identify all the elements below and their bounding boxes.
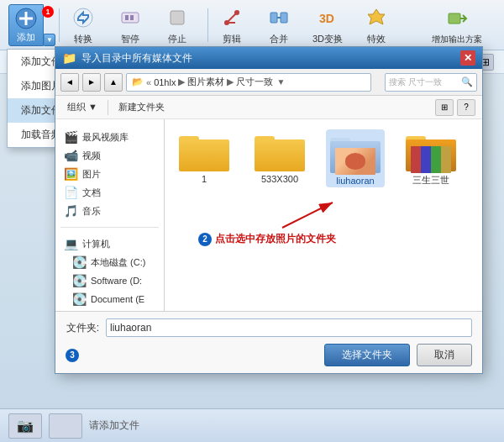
breadcrumb: 📂 « 01hlx ▶ 图片素材 ▶ 尺寸一致 ▼ xyxy=(126,73,371,92)
folder-item-sansanshi[interactable]: 三生三世 xyxy=(402,129,460,187)
toolbar2-sep xyxy=(108,100,108,115)
annotation-text-row: 2 点击选中存放照片的文件夹 xyxy=(198,232,336,246)
svg-line-20 xyxy=(282,203,333,228)
dialog-close-button[interactable]: ✕ xyxy=(460,50,475,66)
add-badge: 1 xyxy=(42,6,54,18)
dialog-nav-toolbar: ◄ ► ▲ 📂 « 01hlx ▶ 图片素材 ▶ 尺寸一致 ▼ 搜索 尺寸一致 … xyxy=(55,69,482,96)
docs-icon: 📄 xyxy=(64,186,78,199)
svg-point-10 xyxy=(224,20,229,25)
disk-e-icon: 💽 xyxy=(72,292,87,306)
dialog-title: 导入目录中所有媒体文件 xyxy=(81,51,460,66)
dialog-view-btn1[interactable]: ⊞ xyxy=(435,99,454,116)
smart-stop-icon xyxy=(117,4,144,31)
cancel-button[interactable]: 取消 xyxy=(417,344,472,366)
sep1 xyxy=(59,8,60,42)
sidebar-item-software-d[interactable]: 💽 Software (D: xyxy=(55,271,164,290)
add-dropdown-arrow[interactable]: ▼ xyxy=(44,34,55,46)
search-icon: 🔍 xyxy=(461,76,473,87)
breadcrumb-icon: 📂 xyxy=(132,76,144,87)
folder-label-533: 533X300 xyxy=(261,174,298,184)
image-icon: 🖼️ xyxy=(64,167,78,181)
effects-icon xyxy=(363,4,390,31)
svg-rect-17 xyxy=(449,13,460,24)
dialog-title-bar: 📁 导入目录中所有媒体文件 ✕ xyxy=(55,47,482,69)
view-btn-group: ⊞ ? xyxy=(435,99,475,116)
sidebar-section-favorites: 🎬 最风视频库 📹 视频 🖼️ 图片 📄 文档 xyxy=(55,124,164,224)
folder-label-1: 1 xyxy=(202,174,207,184)
annotation-text: 点击选中存放照片的文件夹 xyxy=(215,232,336,246)
up-button[interactable]: ▲ xyxy=(104,73,123,92)
folder-icon: 📁 xyxy=(62,51,76,65)
merge-button[interactable]: 合并 xyxy=(259,1,299,49)
dialog-bottom: 文件夹: 3 选择文件夹 取消 xyxy=(55,311,482,373)
thumb-face xyxy=(335,148,375,175)
convert-button[interactable]: 转换 xyxy=(63,1,103,49)
sidebar-item-kuaifeng[interactable]: 🎬 最风视频库 xyxy=(55,128,164,146)
breadcrumb-part3: 尺寸一致 xyxy=(236,76,273,88)
convert-label: 转换 xyxy=(74,33,92,45)
sidebar-item-docs[interactable]: 📄 文档 xyxy=(55,183,164,202)
add-main-button[interactable]: 添加 xyxy=(8,4,44,46)
folder-thumbnail-sansanshi xyxy=(411,146,451,173)
sidebar-label-video: 视频 xyxy=(82,150,101,162)
folder-item-1[interactable]: 1 xyxy=(175,129,234,184)
disk-c-icon: 💽 xyxy=(72,255,87,269)
dialog-file-content: 1 533X300 xyxy=(165,119,482,311)
output-button[interactable]: 增加输出方案 xyxy=(425,2,489,49)
output-icon xyxy=(444,5,470,32)
stop-button[interactable]: 停止 xyxy=(157,1,197,49)
svg-point-11 xyxy=(234,10,239,15)
sidebar-label-docs: 文档 xyxy=(82,187,101,199)
sidebar-item-document-e[interactable]: 💽 Document (E xyxy=(55,290,164,308)
breadcrumb-dropdown[interactable]: ▼ xyxy=(276,77,285,87)
add-label: 添加 xyxy=(17,31,35,44)
svg-rect-12 xyxy=(270,13,277,23)
sidebar-item-local-c[interactable]: 💽 本地磁盘 (C:) xyxy=(55,253,164,271)
svg-rect-6 xyxy=(130,15,134,20)
taskbar-icon: 📷 xyxy=(8,413,42,439)
transform3d-button[interactable]: 3D 3D变换 xyxy=(306,1,349,49)
sidebar-item-music[interactable]: 🎵 音乐 xyxy=(55,202,164,220)
sidebar-label-kuaifeng: 最风视频库 xyxy=(82,131,129,144)
sidebar-label-computer: 计算机 xyxy=(82,238,110,250)
new-folder-button[interactable]: 新建文件夹 xyxy=(113,99,170,115)
cut-button[interactable]: 剪辑 xyxy=(212,1,252,49)
close-icon: ✕ xyxy=(464,52,472,64)
bottom-taskbar: 📷 请添加文件 xyxy=(0,408,504,442)
effects-button[interactable]: 特效 xyxy=(356,1,396,49)
red-arrow-svg xyxy=(274,198,358,232)
merge-icon xyxy=(265,4,292,31)
organize-button[interactable]: 组织 ▼ xyxy=(62,99,102,115)
confirm-badge: 3 xyxy=(66,349,79,362)
merge-label: 合并 xyxy=(270,33,288,45)
music-icon: 🎵 xyxy=(64,204,78,218)
smart-stop-button[interactable]: 智停 xyxy=(110,1,150,49)
sidebar-label-image: 图片 xyxy=(82,168,101,181)
filename-label: 文件夹: xyxy=(66,321,99,335)
folder-body-sansanshi xyxy=(406,139,456,171)
search-bar[interactable]: 搜索 尺寸一致 🔍 xyxy=(385,73,477,92)
folder-body-1 xyxy=(179,139,229,171)
cut-icon xyxy=(218,4,245,31)
folder-item-533[interactable]: 533X300 xyxy=(250,129,309,184)
svg-rect-5 xyxy=(125,15,129,20)
sidebar-item-image[interactable]: 🖼️ 图片 xyxy=(55,165,164,183)
svg-point-3 xyxy=(74,8,92,27)
folder-icon-1 xyxy=(179,129,229,171)
back-button[interactable]: ◄ xyxy=(60,73,79,92)
sep2 xyxy=(207,8,208,42)
filename-input[interactable] xyxy=(106,318,472,337)
stop-icon xyxy=(164,4,191,31)
folder-item-liuhaoran[interactable]: liuhaoran xyxy=(326,129,385,187)
sidebar-label-document-e: Document (E xyxy=(91,294,144,304)
effects-label: 特效 xyxy=(367,33,386,45)
sidebar-item-video[interactable]: 📹 视频 xyxy=(55,146,164,165)
confirm-button[interactable]: 选择文件夹 xyxy=(324,344,410,366)
sidebar-section-computer: 💻 计算机 💽 本地磁盘 (C:) 💽 Software (D: 💽 Docum… xyxy=(55,231,164,311)
annotation-badge: 2 xyxy=(198,233,212,246)
thumb-books xyxy=(411,146,451,173)
forward-button[interactable]: ► xyxy=(82,73,101,92)
dialog-buttons: 3 选择文件夹 取消 xyxy=(66,344,472,366)
dialog-view-btn2[interactable]: ? xyxy=(457,99,475,116)
sidebar-item-computer[interactable]: 💻 计算机 xyxy=(55,234,164,253)
